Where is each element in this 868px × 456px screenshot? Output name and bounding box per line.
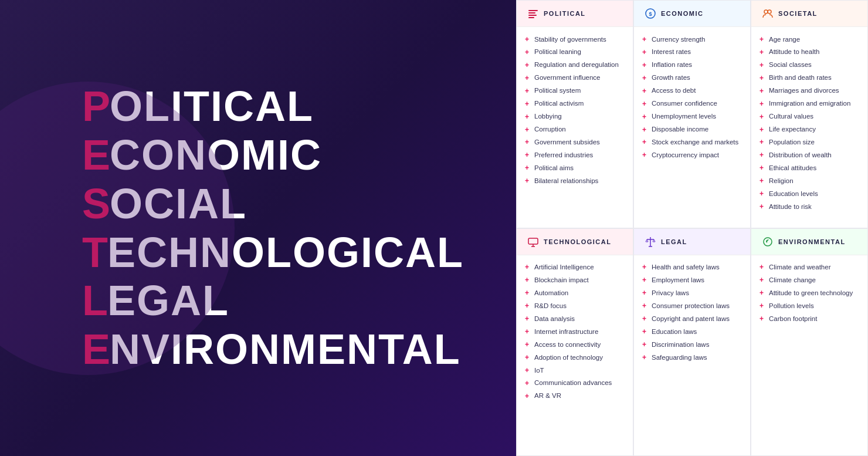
rest-e2: NVIRONMENTAL xyxy=(110,325,461,374)
item-label: Climate and weather xyxy=(769,263,830,272)
list-item: +Education laws xyxy=(642,325,742,338)
list-item: +Corruption xyxy=(525,123,625,136)
list-item: +Cultural values xyxy=(760,110,859,123)
list-item: +Preferred industries xyxy=(525,148,625,161)
list-item: +Political system xyxy=(525,85,625,97)
svg-text:$: $ xyxy=(649,11,652,17)
item-label: Unemployment levels xyxy=(652,112,716,121)
item-label: Climate change xyxy=(769,276,816,285)
item-label: Stock exchange and markets xyxy=(652,138,738,147)
list-item: +Automation xyxy=(525,286,625,299)
plus-icon: + xyxy=(642,61,648,69)
item-label: Interest rates xyxy=(652,48,691,56)
item-label: Internet infrastructure xyxy=(534,327,598,336)
political-title: POLITICAL xyxy=(544,10,586,17)
list-item: +Stability of governments xyxy=(525,33,625,46)
list-item: +Immigration and emigration xyxy=(760,97,859,110)
list-item: +Education levels xyxy=(760,187,859,200)
plus-icon: + xyxy=(760,100,765,108)
plus-icon: + xyxy=(760,74,765,82)
item-label: Social classes xyxy=(769,60,812,69)
item-label: R&D focus xyxy=(534,302,567,310)
plus-icon: + xyxy=(760,138,765,146)
plus-icon: + xyxy=(760,276,765,284)
item-label: Safeguarding laws xyxy=(652,353,707,362)
list-item: +Government subsides xyxy=(525,136,625,149)
item-label: Carbon footprint xyxy=(769,315,817,323)
plus-icon: + xyxy=(642,302,648,310)
letter-s: S xyxy=(82,180,110,228)
list-item: +Attitude to risk xyxy=(760,200,859,213)
item-label: Automation xyxy=(534,289,568,298)
item-label: Government subsides xyxy=(534,138,600,147)
item-label: AR & VR xyxy=(534,391,561,400)
plus-icon: + xyxy=(525,87,531,95)
list-item: +Attitude to health xyxy=(760,46,859,59)
item-label: Political activism xyxy=(534,99,584,108)
environmental-body: +Climate and weather+Climate change+Atti… xyxy=(751,255,867,332)
list-item: +Adoption of technology xyxy=(525,351,625,364)
list-item: +Disposable income xyxy=(642,123,742,136)
letter-e1: E xyxy=(82,131,110,180)
list-item: +Lobbying xyxy=(525,110,625,123)
list-item: +Internet infrastructure xyxy=(525,325,625,338)
item-label: Privacy laws xyxy=(652,289,689,298)
rest-l: EGAL xyxy=(107,276,229,325)
plus-icon: + xyxy=(525,35,531,43)
item-label: Attitude to health xyxy=(769,48,819,56)
plus-icon: + xyxy=(760,87,765,95)
list-item: +Bilateral relationships xyxy=(525,174,625,187)
plus-icon: + xyxy=(525,177,531,185)
list-item: +Consumer protection laws xyxy=(642,299,742,312)
item-label: Life expectancy xyxy=(769,125,816,134)
plus-icon: + xyxy=(642,289,648,297)
plus-icon: + xyxy=(760,48,765,56)
list-item: +Religion xyxy=(760,174,859,187)
item-label: Adoption of technology xyxy=(534,353,603,362)
plus-icon: + xyxy=(642,353,648,362)
environmental-title: ENVIRONMENTAL xyxy=(778,238,846,245)
section-header-environmental: ENVIRONMENTAL xyxy=(751,229,867,255)
plus-icon: + xyxy=(642,340,648,349)
plus-icon: + xyxy=(525,138,531,146)
list-item: +Stock exchange and markets xyxy=(642,136,742,149)
list-item: +Carbon footprint xyxy=(760,312,859,325)
list-item: +Ethical attitudes xyxy=(760,161,859,174)
item-label: Immigration and emigration xyxy=(769,99,850,108)
item-label: Religion xyxy=(769,177,794,185)
list-item: +Regulation and deregulation xyxy=(525,59,625,72)
legal-body: +Health and safety laws+Employment laws+… xyxy=(634,255,750,370)
item-label: Data analysis xyxy=(534,315,575,323)
plus-icon: + xyxy=(760,302,765,310)
list-item: +Age range xyxy=(760,33,859,46)
list-item: +Employment laws xyxy=(642,273,742,286)
rest-t: ECHNOLOGICAL xyxy=(107,228,464,277)
acronym-row-t: T ECHNOLOGICAL xyxy=(82,228,464,277)
plus-icon: + xyxy=(525,164,531,172)
plus-icon: + xyxy=(642,126,648,134)
item-label: Distribution of wealth xyxy=(769,151,832,160)
list-item: +Interest rates xyxy=(642,46,742,59)
list-item: +Privacy laws xyxy=(642,286,742,299)
plus-icon: + xyxy=(525,289,531,297)
list-item: +Pollution levels xyxy=(760,299,859,312)
list-item: +R&D focus xyxy=(525,299,625,312)
item-label: Corruption xyxy=(534,125,566,134)
item-label: Copyright and patent laws xyxy=(652,315,730,323)
item-label: Ethical attitudes xyxy=(769,164,816,173)
section-political: POLITICAL +Stability of governments+Poli… xyxy=(516,0,633,228)
plus-icon: + xyxy=(760,61,765,69)
item-label: Government influence xyxy=(534,73,601,82)
section-societal: SOCIETAL +Age range+Attitude to health+S… xyxy=(751,0,868,228)
economic-icon: $ xyxy=(645,8,656,19)
svg-rect-1 xyxy=(528,12,535,13)
plus-icon: + xyxy=(525,392,531,400)
plus-icon: + xyxy=(525,315,531,323)
section-economic: $ ECONOMIC +Currency strength+Interest r… xyxy=(633,0,751,228)
plus-icon: + xyxy=(642,74,648,82)
economic-title: ECONOMIC xyxy=(661,10,704,17)
list-item: +Climate change xyxy=(760,273,859,286)
rest-e1: CONOMIC xyxy=(110,131,322,180)
section-legal: LEGAL +Health and safety laws+Employment… xyxy=(633,228,751,457)
plus-icon: + xyxy=(642,113,648,121)
